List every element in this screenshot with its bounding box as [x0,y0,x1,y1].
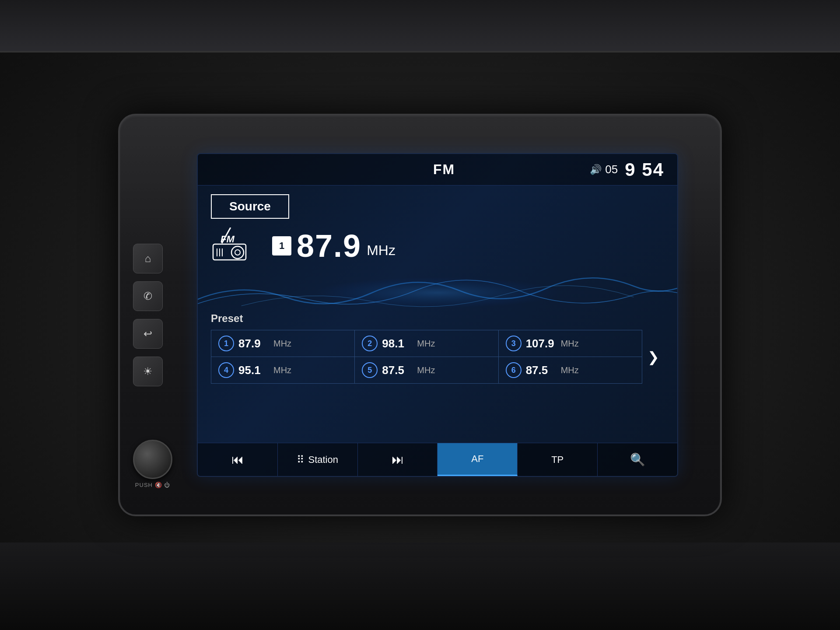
car-frame: ⌂ ✆ ↩ ☀ PUSH 🔇 ⏻ FM [0,0,840,630]
preset-num-4: 4 [218,362,234,378]
search-button[interactable]: 🔍 [598,443,677,476]
knob-label: PUSH 🔇 ⏻ [135,482,170,488]
svg-point-8 [315,277,560,308]
preset-next-button[interactable]: ❯ [642,330,664,384]
preset-mhz-2: MHz [417,339,435,349]
preset-column-1: 1 87.9 MHz 4 95.1 MHz [211,330,355,383]
frequency-number: 87.9 [297,228,361,264]
home-button[interactable]: ⌂ [133,244,163,273]
main-screen: FM 🔊 05 9 54 Source [197,153,678,477]
preset-num-6: 6 [506,362,522,378]
tp-label: TP [551,454,564,466]
preset-label: Preset [211,312,664,325]
prev-track-button[interactable]: ⏮ [198,443,278,476]
brightness-icon: ☀ [143,365,153,378]
radio-info-row: FM [211,228,664,264]
station-label: Station [308,454,338,466]
preset-row-6[interactable]: 6 87.5 MHz [499,357,642,383]
preset-mhz-4: MHz [273,365,291,375]
preset-row-4[interactable]: 4 95.1 MHz [211,357,354,383]
brightness-button[interactable]: ☀ [133,357,163,386]
fm-icon-area: FM [211,228,255,264]
header-right: 🔊 05 9 54 [590,159,664,180]
next-track-button[interactable]: ⏭ [358,443,438,476]
preset-row-5[interactable]: 5 87.5 MHz [355,357,498,383]
next-track-icon: ⏭ [392,452,404,467]
preset-row-3[interactable]: 3 107.9 MHz [499,330,642,357]
wave-visualization [198,264,677,317]
prev-track-icon: ⏮ [231,452,244,467]
af-button[interactable]: AF [438,443,518,476]
volume-knob-area: PUSH 🔇 ⏻ [133,440,172,488]
preset-freq-4: 95.1 [238,364,269,377]
volume-level: 05 [605,163,618,176]
af-label: AF [471,453,483,465]
preset-grid-wrapper: 1 87.9 MHz 4 95.1 MHz [211,330,664,384]
volume-icon: 🔊 [590,164,602,175]
preset-num-5: 5 [362,362,378,378]
preset-freq-3: 107.9 [526,337,556,350]
preset-num-2: 2 [362,336,378,351]
preset-row-1[interactable]: 1 87.9 MHz [211,330,354,357]
back-button[interactable]: ↩ [133,319,163,349]
preset-column-2: 2 98.1 MHz 5 87.5 MHz [355,330,498,383]
wave-svg [198,264,677,317]
preset-num-3: 3 [506,336,522,351]
tp-button[interactable]: TP [518,443,598,476]
preset-mhz-3: MHz [561,339,579,349]
preset-freq-5: 87.5 [382,364,413,377]
svg-point-7 [235,250,240,255]
left-controls: ⌂ ✆ ↩ ☀ [133,244,163,386]
search-icon: 🔍 [630,452,645,467]
svg-point-6 [231,246,244,259]
phone-icon: ✆ [144,290,152,302]
preset-freq-1: 87.9 [238,337,269,350]
svg-text:FM: FM [220,234,234,245]
fm-radio-svg: FM [211,228,255,262]
station-icon: ⠿ [297,454,304,466]
current-preset-badge: 1 [272,236,291,256]
phone-button[interactable]: ✆ [133,281,163,311]
preset-freq-6: 87.5 [526,364,556,377]
preset-mhz-6: MHz [561,365,579,375]
back-icon: ↩ [144,328,152,340]
car-surround: ⌂ ✆ ↩ ☀ PUSH 🔇 ⏻ FM [118,114,722,516]
frequency-unit: MHz [367,242,396,259]
header-title: FM [298,161,590,178]
clock-display: 9 54 [625,159,664,180]
frequency-display: 1 87.9 MHz [272,228,396,264]
main-content: Source FM [198,186,677,476]
source-button[interactable]: Source [211,194,289,219]
preset-freq-2: 98.1 [382,337,413,350]
volume-knob[interactable] [133,440,172,479]
header-bar: FM 🔊 05 9 54 [198,154,677,186]
bottom-toolbar: ⏮ ⠿ Station ⏭ AF TP [198,443,677,476]
preset-mhz-5: MHz [417,365,435,375]
preset-section: Preset 1 87.9 MHz 4 [211,312,664,384]
station-button[interactable]: ⠿ Station [278,443,358,476]
preset-mhz-1: MHz [273,339,291,349]
fm-text-icon: FM [211,228,255,262]
preset-num-1: 1 [218,336,234,351]
home-icon: ⌂ [145,252,151,265]
preset-grid: 1 87.9 MHz 4 95.1 MHz [211,330,642,384]
preset-row-2[interactable]: 2 98.1 MHz [355,330,498,357]
volume-display: 🔊 05 [590,163,618,176]
preset-column-3: 3 107.9 MHz 6 87.5 MHz [499,330,642,383]
